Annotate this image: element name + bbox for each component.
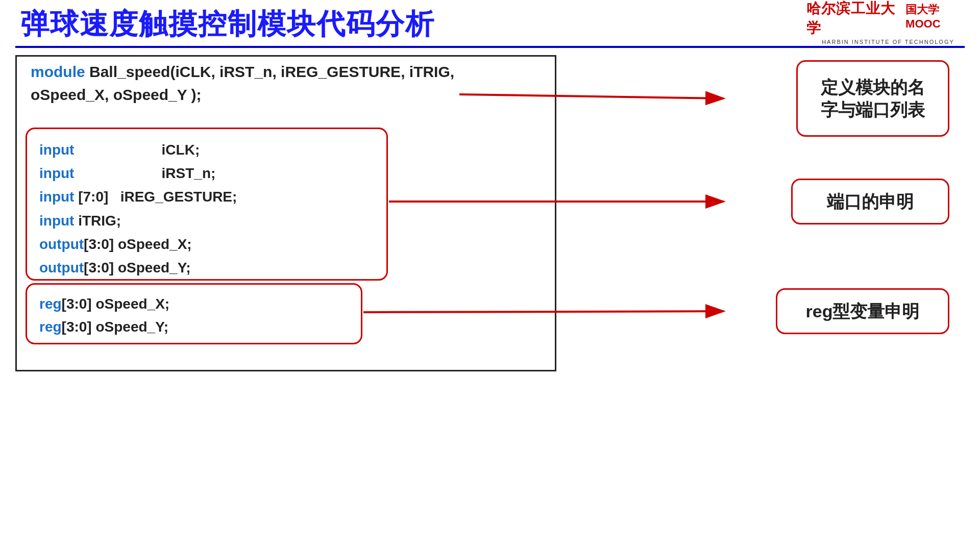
port-gesture: [7:0] iREG_GESTURE; [74, 189, 237, 205]
code-line-6: output[3:0] oSpeed_Y; [39, 256, 374, 280]
port-ospeedy: [3:0] oSpeed_Y; [84, 260, 191, 276]
module-name-ports: Ball_speed(iCLK, iRST_n, iREG_GESTURE, i… [85, 63, 454, 80]
module-outputs: oSpeed_X, oSpeed_Y ); [31, 86, 202, 103]
kw-input-3: input [39, 189, 74, 205]
port-iclk: iCLK; [74, 142, 200, 158]
reg-line-2: reg[3:0] oSpeed_Y; [39, 316, 349, 339]
reg-decl-box: reg[3:0] oSpeed_X; reg[3:0] oSpeed_Y; [26, 283, 362, 344]
module-header: module Ball_speed(iCLK, iRST_n, iREG_GES… [31, 60, 454, 106]
kw-input-4: input [39, 213, 74, 229]
code-line-5: output[3:0] oSpeed_X; [39, 233, 374, 256]
reg-ospeedy: [3:0] oSpeed_Y; [62, 319, 169, 335]
logo-main-text: 哈尔滨工业大学 [806, 0, 903, 38]
label-port-decl: 端口的申明 [791, 179, 949, 224]
kw-input-1: input [39, 142, 74, 158]
reg-line-1: reg[3:0] oSpeed_X; [39, 293, 349, 316]
code-line-1: input iCLK; [39, 138, 374, 162]
logo-mooc-text: 国大学MOOC [905, 2, 970, 31]
logo-area: 哈尔滨工业大学 国大学MOOC HARBIN INSTITUTE OF TECH… [806, 4, 970, 40]
code-line-4: input iTRIG; [39, 209, 374, 233]
module-keyword: module [31, 63, 85, 80]
input-ports-box: input iCLK; input iRST_n; input [7:0] iR… [26, 128, 388, 281]
kw-reg-2: reg [39, 319, 62, 335]
kw-output-2: output [39, 260, 84, 276]
label-module-name: 定义模块的名字与端口列表 [796, 60, 949, 137]
kw-output-1: output [39, 236, 84, 252]
code-line-2: input iRST_n; [39, 162, 374, 185]
logo-sub-text: HARBIN INSTITUTE OF TECHNOLOGY [822, 39, 954, 45]
port-irst: iRST_n; [74, 165, 215, 181]
code-line-3: input [7:0] iREG_GESTURE; [39, 185, 374, 209]
kw-input-2: input [39, 165, 74, 181]
title-underline [15, 46, 965, 48]
port-itrig: iTRIG; [74, 213, 121, 229]
port-ospeedx: [3:0] oSpeed_X; [84, 236, 192, 252]
kw-reg-1: reg [39, 296, 62, 312]
reg-ospeedx: [3:0] oSpeed_X; [62, 296, 170, 312]
label-reg-decl: reg型变量申明 [776, 288, 949, 334]
page-title: 弹球速度触摸控制模块代码分析 [20, 5, 435, 44]
